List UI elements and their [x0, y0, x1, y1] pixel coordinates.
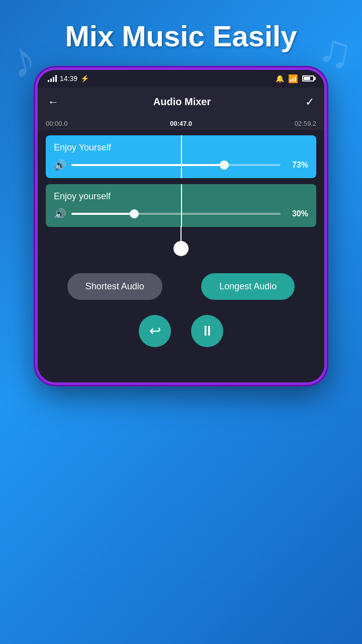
audio-buttons-row: Shortest Audio Longest Audio: [38, 263, 324, 305]
music-note-right: ♫: [314, 23, 356, 79]
track-2-slider[interactable]: [71, 213, 281, 215]
content-area: Enjoy Yourself 🔊 73% Enjoy yourself 🔊: [38, 130, 324, 263]
timeline-current: 00:47.0: [170, 120, 192, 127]
signal-icon: [48, 75, 57, 82]
shortest-audio-button[interactable]: Shortest Audio: [67, 273, 162, 300]
battery-icon: [302, 75, 314, 82]
track-2-percent: 30%: [286, 209, 308, 218]
track-1: Enjoy Yourself 🔊 73%: [46, 135, 316, 178]
usb-icon: ⚡: [80, 74, 89, 83]
bottom-space: [38, 362, 324, 382]
pause-icon: ⏸: [200, 323, 214, 339]
replay-button[interactable]: ↩: [139, 315, 171, 347]
wifi-icon: 📶: [288, 74, 298, 84]
status-left: 14:39 ⚡: [48, 74, 89, 83]
page-title: Mix Music Easily: [55, 0, 307, 67]
status-time: 14:39: [60, 74, 77, 83]
timeline-end: 02:59.2: [295, 120, 316, 127]
app-bar: ← Audio Mixer ✓: [38, 88, 324, 117]
track-1-volume-icon: 🔊: [54, 159, 66, 171]
timeline-start: 00:00.0: [46, 120, 67, 127]
track-1-percent: 73%: [286, 160, 308, 170]
playback-controls: ↩ ⏸: [38, 305, 324, 362]
bell-icon: 🔔: [276, 74, 284, 83]
status-bar: 14:39 ⚡ 🔔 📶: [38, 70, 324, 88]
longest-audio-button[interactable]: Longest Audio: [201, 273, 295, 300]
back-button[interactable]: ←: [48, 96, 59, 109]
pause-button[interactable]: ⏸: [191, 315, 223, 347]
timeline: 00:00.0 00:47.0 02:59.2: [38, 117, 324, 130]
track-2: Enjoy yourself 🔊 30%: [46, 184, 316, 227]
app-bar-title: Audio Mixer: [153, 96, 211, 108]
confirm-button[interactable]: ✓: [305, 96, 314, 109]
phone-frame: 14:39 ⚡ 🔔 📶 ← Audio Mixer ✓ 00:00.0 00:4…: [35, 67, 327, 385]
track-1-slider[interactable]: [71, 164, 281, 166]
track-2-volume-icon: 🔊: [54, 208, 66, 220]
status-right: 🔔 📶: [276, 74, 314, 84]
replay-icon: ↩: [149, 323, 161, 339]
scrubber-area[interactable]: [46, 233, 316, 258]
